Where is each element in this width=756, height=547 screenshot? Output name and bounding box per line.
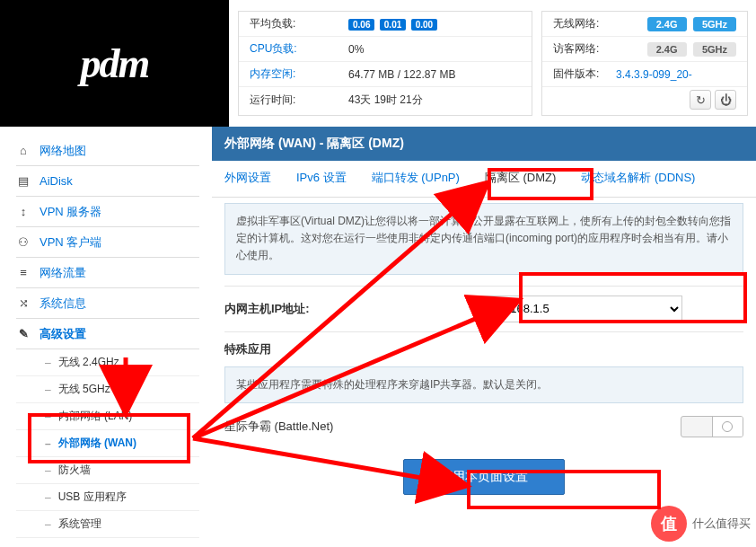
wifi-24g-pill[interactable]: 2.4G	[647, 17, 687, 31]
stat-uptime-label: 运行时间:	[250, 93, 348, 108]
sidebar-sub-sysadmin[interactable]: 系统管理	[16, 511, 199, 538]
sidebar-item-vpn-server[interactable]: ↕ VPN 服务器	[16, 197, 199, 227]
sidebar-item-sysinfo[interactable]: ⤭ 系统信息	[16, 288, 199, 319]
firmware-version-link[interactable]: 3.4.3.9-099_20-	[616, 68, 692, 81]
ip-address-select[interactable]: 192.168.1.5	[476, 296, 682, 322]
vpn-server-icon: ↕	[16, 205, 31, 219]
tab-wan-settings[interactable]: 外网设置	[224, 170, 271, 190]
sidebar: ⌂ 网络地图 ▤ AiDisk ↕ VPN 服务器 ⚇ VPN 客户端 ≡ 网络…	[0, 127, 212, 547]
guest-24g-pill[interactable]: 2.4G	[647, 42, 687, 57]
tab-bar: 外网设置 IPv6 设置 端口转发 (UPnP) 隔离区 (DMZ) 动态域名解…	[212, 161, 756, 198]
tab-port-forward[interactable]: 端口转发 (UPnP)	[372, 170, 460, 190]
watermark-icon: 值	[651, 506, 687, 542]
tab-ddns[interactable]: 动态域名解析 (DDNS)	[581, 170, 695, 190]
stat-wifi-label: 无线网络:	[553, 16, 616, 31]
stat-load-value: 0.06 0.01 0.00	[348, 18, 521, 31]
ip-address-label: 内网主机IP地址:	[224, 301, 476, 317]
apply-button[interactable]: 应用本页面设置	[403, 459, 565, 495]
special-app-heading: 特殊应用	[224, 341, 476, 357]
page-title: 外部网络 (WAN) - 隔离区 (DMZ)	[212, 127, 756, 161]
sidebar-sub-wifi24[interactable]: 无线 2.4GHz	[16, 349, 199, 376]
power-button[interactable]: ⏻	[715, 90, 736, 110]
logo-text: pdm	[81, 40, 149, 87]
stat-load-label: 平均负载:	[250, 16, 348, 31]
sidebar-item-vpn-client[interactable]: ⚇ VPN 客户端	[16, 227, 199, 258]
stats-panel-network: 无线网络: 2.4G 5GHz 访客网络: 2.4G 5GHz 固件版本: 3.…	[541, 11, 748, 116]
home-icon: ⌂	[16, 144, 31, 158]
tab-ipv6[interactable]: IPv6 设置	[296, 170, 347, 190]
sidebar-sub-firewall[interactable]: 防火墙	[16, 457, 199, 484]
stat-guest-label: 访客网络:	[553, 41, 616, 57]
sidebar-item-label: 网络地图	[40, 143, 86, 159]
dmz-description: 虚拟非军事区(Virtual DMZ)让您得以将一部计算机公开显露在互联网上，使…	[224, 203, 743, 275]
watermark-text: 什么值得买	[692, 516, 751, 532]
sidebar-item-label: AiDisk	[40, 174, 73, 188]
special-app-description: 某些应用程序需要特殊的处理程序来穿越IP共享器。默认是关闭。	[224, 366, 743, 403]
refresh-button[interactable]: ↻	[690, 90, 711, 110]
stat-fw-label: 固件版本:	[553, 66, 616, 82]
stat-cpu-value: 0%	[348, 43, 521, 56]
disk-icon: ▤	[16, 174, 31, 189]
sidebar-sub-lan[interactable]: 内部网络 (LAN)	[16, 403, 199, 430]
content-pane: 外部网络 (WAN) - 隔离区 (DMZ) 外网设置 IPv6 设置 端口转发…	[212, 127, 756, 547]
battlenet-toggle[interactable]	[681, 416, 743, 437]
vpn-client-icon: ⚇	[16, 235, 31, 250]
stat-uptime-value: 43天 19时 21分	[348, 93, 521, 108]
battlenet-label: 星际争霸 (Battle.Net)	[224, 419, 476, 435]
watermark: 值 什么值得买	[651, 506, 751, 542]
sidebar-item-aidisk[interactable]: ▤ AiDisk	[16, 166, 199, 197]
sidebar-item-label: VPN 服务器	[40, 204, 101, 220]
shuffle-icon: ⤭	[16, 296, 31, 311]
sidebar-sub-usb[interactable]: USB 应用程序	[16, 484, 199, 511]
sidebar-item-traffic[interactable]: ≡ 网络流量	[16, 258, 199, 288]
tab-dmz[interactable]: 隔离区 (DMZ)	[485, 170, 556, 190]
stat-cpu-link[interactable]: CPU负载:	[250, 41, 348, 57]
logo-area: pdm	[0, 0, 229, 127]
traffic-icon: ≡	[16, 266, 31, 280]
guest-5g-pill[interactable]: 5GHz	[693, 42, 736, 57]
sidebar-item-network-map[interactable]: ⌂ 网络地图	[16, 136, 199, 166]
stat-mem-value: 64.77 MB / 122.87 MB	[348, 68, 521, 81]
sidebar-item-label: 系统信息	[40, 296, 86, 312]
sidebar-sub-wan[interactable]: 外部网络 (WAN)	[16, 430, 199, 457]
stats-panel-system: 平均负载: 0.06 0.01 0.00 CPU负载: 0% 内存空闲: 64.…	[238, 11, 532, 116]
wifi-5g-pill[interactable]: 5GHz	[693, 17, 736, 31]
sidebar-item-label: 高级设置	[40, 326, 86, 342]
sidebar-item-advanced[interactable]: ✎ 高级设置	[16, 319, 199, 349]
stat-mem-link[interactable]: 内存空闲:	[250, 66, 348, 82]
sidebar-item-label: VPN 客户端	[40, 234, 101, 251]
sidebar-item-label: 网络流量	[40, 265, 86, 281]
wrench-icon: ✎	[16, 327, 31, 341]
sidebar-sub-wifi5[interactable]: 无线 5GHz	[16, 376, 199, 403]
